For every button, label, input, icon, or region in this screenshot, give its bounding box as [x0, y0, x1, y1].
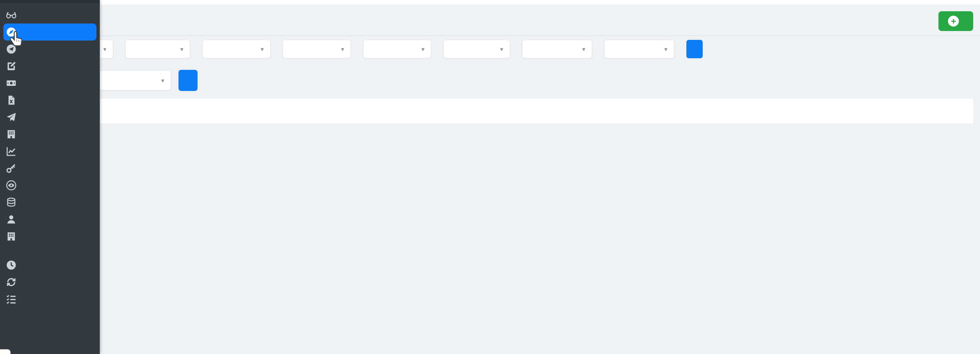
paper-plane-icon — [5, 112, 18, 123]
sidebar — [0, 0, 100, 354]
sidebar-item-8[interactable] — [0, 143, 100, 160]
filter-select-7[interactable]: ▼ — [604, 40, 674, 58]
building-icon — [5, 231, 18, 242]
chevron-down-icon: ▼ — [160, 78, 165, 83]
sidebar-item-10[interactable] — [0, 177, 100, 194]
chevron-down-icon: ▼ — [179, 46, 184, 52]
sidebar-item-12[interactable] — [0, 211, 100, 228]
sidebar-item-15[interactable] — [0, 257, 100, 274]
column-header-ctr — [889, 99, 920, 123]
filter-select-3[interactable]: ▼ — [283, 40, 351, 58]
sidebar-item-5[interactable] — [0, 92, 100, 109]
sidebar-item-6[interactable] — [0, 109, 100, 126]
column-header-clicks — [862, 99, 889, 123]
column-header-target — [340, 99, 392, 123]
sidebar-item-17[interactable] — [0, 291, 100, 308]
chevron-down-icon: ▼ — [663, 46, 668, 52]
column-header-pp — [780, 99, 816, 123]
chevron-down-icon: ▼ — [420, 46, 425, 52]
search-button[interactable] — [686, 40, 703, 58]
key-icon — [5, 163, 18, 174]
building-icon — [5, 128, 18, 140]
column-header-date-end[interactable] — [715, 99, 780, 123]
sidebar-item-0[interactable] — [0, 6, 100, 24]
page-header: + — [0, 5, 980, 36]
sidebar-section-label — [0, 308, 100, 319]
sidebar-item-2[interactable] — [0, 41, 100, 57]
filter-select-6[interactable]: ▼ — [522, 40, 592, 58]
eye-circle-icon — [5, 180, 18, 191]
sidebar-menu — [0, 3, 100, 319]
filter-select-1[interactable]: ▼ — [125, 40, 190, 58]
chevron-down-icon: ▼ — [340, 46, 345, 52]
sidebar-item-13[interactable] — [0, 228, 100, 245]
add-button[interactable]: + — [939, 11, 973, 31]
coins-icon — [5, 196, 18, 208]
column-header-format[interactable] — [610, 99, 659, 123]
column-header-brand[interactable] — [228, 99, 340, 123]
column-header-status[interactable] — [569, 99, 610, 123]
edit-icon — [5, 60, 18, 72]
sidebar-item-7[interactable] — [0, 126, 100, 143]
sidebar-item-9[interactable] — [0, 160, 100, 177]
sidebar-item-11[interactable] — [0, 194, 100, 211]
money-icon — [5, 77, 18, 89]
file-excel-icon — [5, 94, 18, 106]
column-header-channels — [508, 99, 569, 123]
clock-icon — [5, 259, 18, 271]
campaigns-table-wrap — [7, 99, 973, 123]
glasses-icon — [5, 9, 18, 21]
user-icon — [5, 214, 18, 225]
column-header-percent — [840, 99, 862, 123]
plus-circle-icon: + — [948, 16, 959, 27]
campaigns-table — [7, 99, 973, 123]
sync-icon — [5, 276, 18, 288]
compass-icon — [5, 26, 18, 38]
chart-line-icon — [5, 145, 18, 157]
top-navbar-remnant — [0, 0, 980, 5]
column-header-campaign[interactable] — [392, 99, 508, 123]
filter-select-5[interactable]: ▼ — [444, 40, 510, 58]
table-header-row — [7, 99, 973, 123]
status-bar-url — [0, 349, 11, 354]
sidebar-item-3[interactable] — [0, 57, 100, 75]
sidebar-item-16[interactable] — [0, 274, 100, 291]
column-header-pf — [816, 99, 840, 123]
sidebar-item-1[interactable] — [3, 24, 96, 41]
filter-row: ▼▼▼▼▼▼▼▼ — [41, 40, 703, 58]
sidebar-top-strip — [0, 0, 100, 3]
tasks-icon — [5, 293, 18, 305]
filter-select-4[interactable]: ▼ — [363, 40, 431, 58]
filter-select-2[interactable]: ▼ — [202, 40, 270, 58]
chevron-down-icon: ▼ — [102, 46, 107, 52]
column-header-date-start[interactable] — [659, 99, 715, 123]
run-button[interactable] — [178, 70, 197, 91]
sidebar-section-label — [0, 245, 100, 257]
chevron-down-icon: ▼ — [259, 46, 265, 52]
chevron-down-icon: ▼ — [499, 46, 504, 52]
sidebar-item-4[interactable] — [0, 75, 100, 92]
send-circle-icon — [5, 43, 18, 55]
chevron-down-icon: ▼ — [581, 46, 586, 52]
